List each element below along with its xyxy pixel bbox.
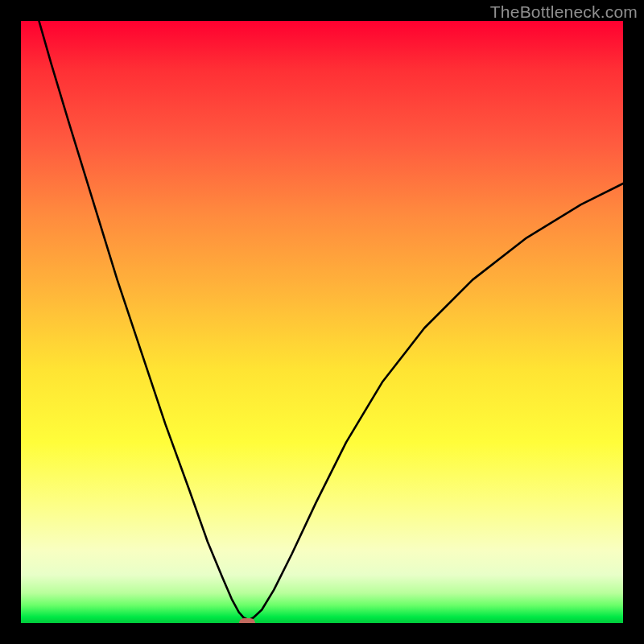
plot-area xyxy=(21,21,623,623)
watermark-label: TheBottleneck.com xyxy=(490,2,638,22)
bottleneck-curve xyxy=(21,21,623,623)
optimal-point-marker xyxy=(239,618,255,623)
chart-frame: TheBottleneck.com xyxy=(0,0,644,644)
